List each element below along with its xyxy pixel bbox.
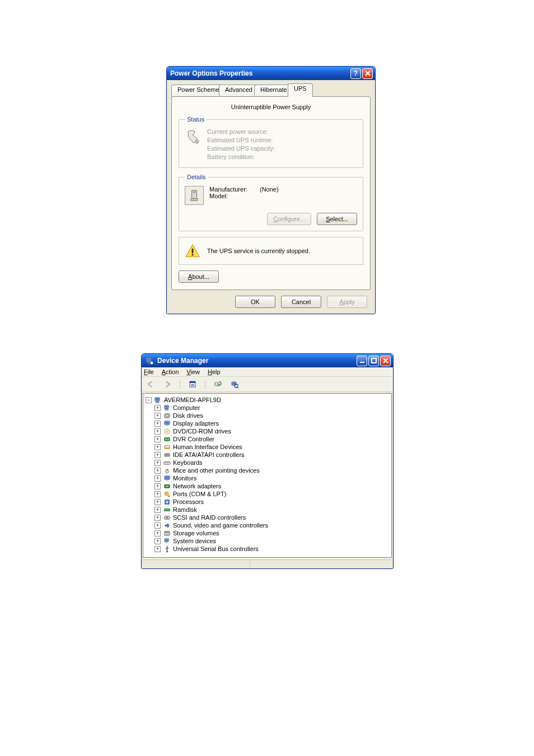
scan-icon — [231, 380, 238, 388]
ide-icon — [163, 451, 171, 459]
cpu-icon — [163, 498, 171, 506]
expand-icon[interactable]: + — [154, 468, 161, 474]
statusbar-pane — [142, 559, 250, 568]
expand-icon[interactable]: + — [154, 421, 161, 427]
svg-rect-64 — [165, 542, 167, 543]
expand-icon[interactable]: + — [154, 405, 161, 411]
tool-properties-button[interactable] — [186, 378, 199, 390]
about-button[interactable]: About... — [179, 270, 219, 283]
tree-node[interactable]: +DVD/CD-ROM drives — [144, 427, 390, 435]
svg-rect-3 — [191, 199, 198, 201]
tree-node[interactable]: +Disk drives — [144, 412, 390, 419]
tree-node[interactable]: +Network adapters — [144, 482, 390, 490]
tree-node[interactable]: +DVR Controller — [144, 435, 390, 443]
tool-scan-button[interactable] — [228, 378, 241, 390]
expand-icon[interactable]: + — [154, 530, 161, 536]
tree-node[interactable]: +Computer — [144, 404, 390, 412]
tree-node[interactable]: +Display adapters — [144, 419, 390, 427]
tree-node[interactable]: +Monitors — [144, 474, 390, 482]
tree-node[interactable]: +IDE ATA/ATAPI controllers — [144, 451, 390, 459]
menu-file[interactable]: File — [144, 368, 154, 375]
expand-icon[interactable]: + — [154, 499, 161, 505]
tree-node[interactable]: +Ports (COM & LPT) — [144, 490, 390, 498]
close-button[interactable] — [380, 356, 391, 366]
apply-button: Apply — [327, 296, 367, 308]
menubar: File Action View Help — [142, 367, 393, 377]
svg-point-0 — [195, 140, 199, 143]
expand-icon[interactable]: + — [154, 428, 161, 435]
statusbar — [142, 559, 393, 568]
device-tree[interactable]: − AVERMEDI-APFL9D +Computer+Disk drives+… — [143, 393, 392, 558]
tree-node[interactable]: +Ramdisk — [144, 506, 390, 514]
device-manager-title: Device Manager — [157, 357, 355, 365]
cancel-button[interactable]: Cancel — [281, 296, 321, 308]
expand-icon[interactable]: + — [154, 538, 161, 544]
expand-icon[interactable]: + — [154, 444, 161, 450]
expand-icon[interactable]: + — [154, 522, 161, 529]
tree-node-label: Keyboards — [173, 459, 203, 466]
svg-rect-7 — [147, 358, 151, 361]
tab-advanced[interactable]: Advanced — [219, 85, 259, 96]
svg-rect-43 — [167, 462, 168, 463]
tree-node[interactable]: +Sound, video and game controllers — [144, 521, 390, 529]
tree-node[interactable]: +Human Interface Devices — [144, 443, 390, 451]
toolbar-separator — [180, 379, 180, 389]
warning-icon — [185, 243, 200, 259]
collapse-icon[interactable]: − — [146, 397, 152, 403]
tree-node[interactable]: +Universal Serial Bus controllers — [144, 545, 390, 553]
expand-icon[interactable]: + — [154, 491, 161, 497]
svg-rect-8 — [147, 362, 150, 363]
toolbar-separator — [205, 379, 205, 389]
select-button[interactable]: Select... — [317, 213, 357, 225]
tree-node-label: Display adapters — [173, 420, 219, 427]
tree-node[interactable]: +Processors — [144, 498, 390, 506]
tree-node[interactable]: +SCSI and RAID controllers — [144, 514, 390, 521]
expand-icon[interactable]: + — [154, 483, 161, 489]
power-options-window: Power Options Properties ? Power Schemes… — [166, 66, 376, 314]
minimize-button[interactable] — [357, 356, 367, 366]
warning-box: The UPS service is currently stopped. — [179, 237, 363, 265]
expand-icon[interactable]: + — [154, 507, 161, 513]
svg-rect-54 — [165, 509, 165, 510]
properties-icon — [189, 380, 196, 388]
expand-icon[interactable]: + — [154, 515, 161, 521]
ok-button[interactable]: OK — [235, 296, 275, 308]
svg-point-5 — [191, 254, 193, 255]
expand-icon[interactable]: + — [154, 546, 161, 552]
svg-rect-30 — [166, 425, 168, 426]
menu-help[interactable]: Help — [208, 368, 221, 375]
expand-icon[interactable]: + — [154, 475, 161, 482]
expand-icon[interactable]: + — [154, 436, 161, 442]
tree-node-label: System devices — [173, 538, 216, 544]
tool-refresh-button[interactable] — [211, 378, 224, 390]
svg-rect-48 — [166, 480, 168, 481]
help-button[interactable]: ? — [350, 68, 361, 79]
tree-node[interactable]: +Mice and other pointing devices — [144, 466, 390, 474]
tree-root-row[interactable]: − AVERMEDI-APFL9D — [144, 396, 390, 404]
svg-rect-2 — [193, 192, 196, 193]
tree-node-label: Sound, video and game controllers — [173, 522, 268, 529]
manufacturer-value: (None) — [260, 186, 279, 193]
tab-page-ups: Uninterruptible Power Supply Status Curr… — [171, 96, 371, 290]
tree-node[interactable]: +Storage volumes — [144, 529, 390, 537]
svg-rect-52 — [166, 501, 168, 503]
svg-rect-50 — [165, 486, 168, 487]
svg-rect-10 — [360, 362, 364, 363]
tree-node-label: Computer — [173, 404, 200, 411]
sound-icon — [163, 521, 171, 529]
tree-node[interactable]: +System devices — [144, 537, 390, 545]
menu-action[interactable]: Action — [162, 368, 179, 375]
close-button[interactable] — [362, 68, 373, 79]
group-details: Details Manufacturer: — [179, 174, 363, 231]
tree-node[interactable]: +Keyboards — [144, 459, 390, 466]
expand-icon[interactable]: + — [154, 460, 161, 466]
port-icon — [163, 490, 171, 498]
section-heading: Uninterruptible Power Supply — [179, 104, 363, 110]
expand-icon[interactable]: + — [154, 452, 161, 458]
minimize-icon — [359, 358, 365, 363]
maximize-button[interactable] — [368, 356, 379, 366]
tab-ups[interactable]: UPS — [288, 83, 313, 97]
menu-view[interactable]: View — [186, 368, 200, 375]
mouse-icon — [163, 466, 171, 474]
expand-icon[interactable]: + — [154, 413, 161, 419]
